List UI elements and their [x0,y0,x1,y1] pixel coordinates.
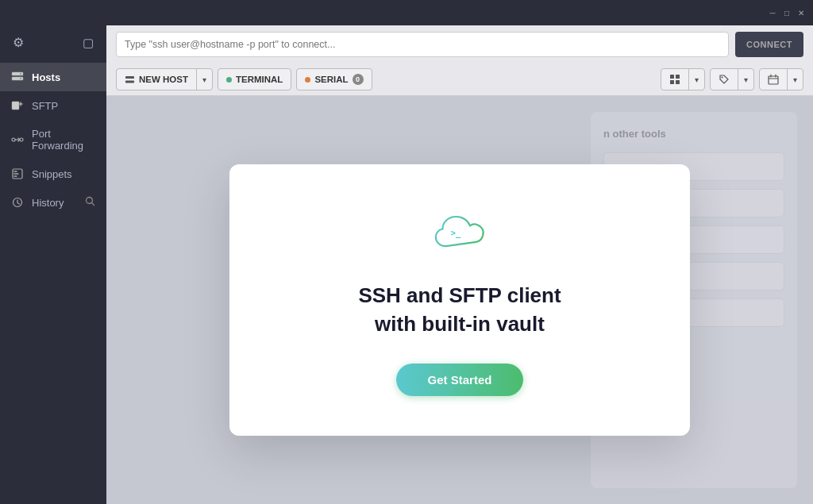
new-host-dropdown-arrow[interactable]: ▾ [196,69,212,90]
calendar-icon[interactable] [760,69,787,90]
sidebar-top: ⚙ ▢ [0,32,106,63]
view-dropdown-arrow[interactable]: ▾ [688,69,704,90]
history-left: History [11,196,64,209]
sidebar-item-port-forwarding[interactable]: Port Forwarding [0,120,106,160]
welcome-modal: >_ SSH and SFTP client [229,164,690,435]
modal-title-line1: SSH and SFTP client [358,283,561,307]
sidebar-item-history[interactable]: History [0,188,106,217]
sidebar-history-label: History [32,197,64,209]
sidebar-item-sftp[interactable]: SFTP [0,91,106,120]
modal-title: SSH and SFTP client with built-in vault [358,282,561,337]
connect-input[interactable] [116,32,729,57]
toolbar-left: NEW HOST ▾ TERMINAL SERIAL 0 [116,68,372,90]
new-host-split-button[interactable]: NEW HOST ▾ [116,68,213,90]
svg-point-16 [722,77,723,79]
sidebar-hosts-label: Hosts [32,71,60,83]
sidebar: ⚙ ▢ Hosts SFTP [0,25,106,504]
svg-rect-12 [670,75,674,79]
serial-badge: 0 [353,74,364,85]
serial-label: SERIAL [314,75,348,84]
new-host-icon [125,75,135,85]
sidebar-port-label: Port Forwarding [32,128,95,152]
get-started-button[interactable]: Get Started [396,364,524,396]
serial-button[interactable]: SERIAL 0 [296,68,372,90]
svg-rect-15 [676,80,680,84]
modal-overlay: >_ SSH and SFTP client [106,96,813,504]
history-search-icon[interactable] [85,196,95,209]
terminal-dot [226,77,232,83]
svg-rect-11 [125,80,134,83]
title-bar: ─ □ ✕ [0,0,813,25]
cloud-terminal-icon: >_ [432,212,487,256]
sidebar-item-hosts[interactable]: Hosts [0,63,106,91]
tag-dropdown-arrow[interactable]: ▾ [738,69,753,90]
sidebar-snippets-label: Snippets [32,168,72,180]
cloud-icon-wrap: >_ [432,212,487,260]
hosts-icon [11,71,24,83]
settings-icon[interactable]: ⚙ [10,32,27,53]
tag-filter-button[interactable]: ▾ [710,68,754,90]
sftp-icon [11,99,24,112]
sidebar-sftp-label: SFTP [32,100,58,112]
history-icon [11,196,24,209]
tag-svg-icon [719,74,730,85]
minimize-button[interactable]: ─ [767,7,778,18]
calendar-svg-icon [768,74,779,85]
svg-point-9 [87,198,93,204]
svg-rect-13 [676,75,680,79]
toolbar-right: ▾ ▾ [661,68,803,90]
snippets-icon [11,167,24,180]
svg-rect-4 [12,102,19,110]
svg-rect-10 [125,76,134,79]
connect-bar: CONNECT [106,25,813,63]
new-host-label: NEW HOST [139,75,188,84]
view-grid-icon[interactable] [661,69,688,90]
screen-icon[interactable]: ▢ [79,33,97,53]
svg-point-3 [20,78,21,79]
view-toggle-button[interactable]: ▾ [661,68,705,90]
new-host-main-button[interactable]: NEW HOST [117,69,196,90]
svg-rect-17 [769,76,778,84]
close-button[interactable]: ✕ [796,7,807,18]
main-content: CONNECT NEW HOST ▾ [106,25,813,504]
terminal-button[interactable]: TERMINAL [218,68,291,90]
grid-icon [669,74,680,85]
port-forwarding-icon [11,133,24,146]
serial-dot [305,77,310,83]
app-layout: ⚙ ▢ Hosts SFTP [0,25,813,504]
tag-icon[interactable] [711,69,738,90]
content-area: n other tools [106,96,813,504]
svg-rect-14 [670,80,674,84]
svg-point-2 [20,73,21,75]
connect-button[interactable]: CONNECT [735,32,803,57]
toolbar: NEW HOST ▾ TERMINAL SERIAL 0 [106,63,813,96]
svg-text:>_: >_ [451,229,461,239]
modal-title-line2: with built-in vault [375,312,545,336]
sort-button[interactable]: ▾ [759,68,803,90]
terminal-label: TERMINAL [236,75,283,84]
sort-dropdown-arrow[interactable]: ▾ [787,69,803,90]
maximize-button[interactable]: □ [781,7,792,18]
sidebar-item-snippets[interactable]: Snippets [0,160,106,188]
svg-point-5 [12,138,15,141]
